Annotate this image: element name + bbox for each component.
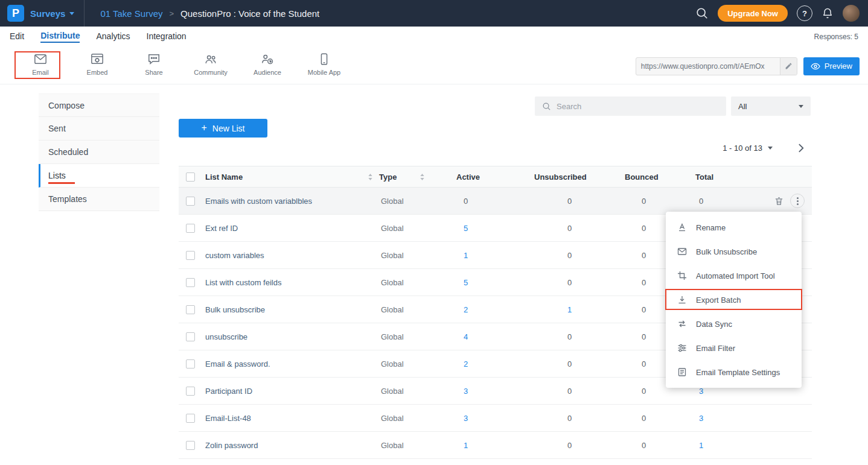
divider <box>84 0 85 27</box>
menu-item-data-sync[interactable]: Data Sync <box>666 312 802 336</box>
unsubscribed-count: 0 <box>534 441 625 450</box>
menu-item-label: Export Batch <box>696 296 741 305</box>
preview-button[interactable]: Preview <box>803 57 860 75</box>
upgrade-now-button[interactable]: Upgrade Now <box>718 5 788 22</box>
row-checkbox[interactable] <box>186 305 195 314</box>
audience-icon <box>261 52 274 66</box>
menu-item-email-template-settings[interactable]: Email Template Settings <box>666 360 802 384</box>
active-count: 3 <box>456 387 534 396</box>
row-checkbox[interactable] <box>186 414 195 423</box>
sidebar-item-lists[interactable]: Lists <box>39 164 159 188</box>
community-icon <box>204 52 217 66</box>
bell-icon[interactable] <box>822 7 834 19</box>
questionpro-app: P Surveys 01 Take Survey > QuestionPro :… <box>0 0 868 465</box>
list-type: Global <box>379 305 456 314</box>
toolbar-item-email[interactable]: Email <box>12 52 69 84</box>
menu-item-bulk-unsubscribe[interactable]: Bulk Unsubscribe <box>666 239 802 264</box>
select-all-checkbox[interactable] <box>186 172 195 182</box>
tab-distribute[interactable]: Distribute <box>40 31 80 43</box>
sidebar-item-compose[interactable]: Compose <box>39 93 159 117</box>
embed-icon <box>91 52 104 66</box>
row-checkbox[interactable] <box>186 332 195 341</box>
header-total: Total <box>695 172 762 182</box>
menu-item-email-filter[interactable]: Email Filter <box>666 336 802 360</box>
menu-item-automated-import-tool[interactable]: Automated Import Tool <box>666 264 802 288</box>
list-type: Global <box>379 197 456 206</box>
sort-icon[interactable] <box>420 173 425 181</box>
edit-url-button[interactable] <box>780 58 797 75</box>
unsubscribed-count: 0 <box>534 414 625 423</box>
active-count: 5 <box>456 278 534 287</box>
annotation-underline-lists <box>48 182 75 184</box>
search-icon[interactable] <box>695 7 709 20</box>
list-name-link[interactable]: Participant ID <box>205 387 379 396</box>
table-row: Email-List-48 Global 3 0 0 3 <box>179 405 812 432</box>
list-name-link[interactable]: Zolin password <box>205 441 379 450</box>
sidebar-item-label: Lists <box>48 171 66 180</box>
search-input[interactable] <box>557 102 701 111</box>
toolbar-item-embed[interactable]: Embed <box>69 52 126 84</box>
unsubscribed-count: 0 <box>534 359 625 369</box>
questionpro-logo[interactable]: P <box>7 5 24 22</box>
row-checkbox[interactable] <box>186 251 195 260</box>
unsubscribed-count: 0 <box>534 387 625 396</box>
row-checkbox[interactable] <box>186 441 195 450</box>
survey-url-field[interactable]: https://www.questionpro.com/t/AEmOx <box>636 57 797 75</box>
header-type[interactable]: Type <box>379 172 456 182</box>
list-name-link[interactable]: Ext ref ID <box>205 224 379 233</box>
total-count: 0 <box>695 197 762 206</box>
list-name-link[interactable]: Emails with custom variablbles <box>205 197 379 206</box>
list-name-link[interactable]: custom variables <box>205 251 379 260</box>
help-icon[interactable]: ? <box>797 5 812 21</box>
list-type: Global <box>379 278 456 287</box>
new-list-button[interactable]: + New List <box>179 119 267 138</box>
list-filter-dropdown[interactable]: All <box>731 96 811 116</box>
sidebar-item-scheduled[interactable]: Scheduled <box>39 141 159 164</box>
menu-item-rename[interactable]: Rename <box>666 215 802 239</box>
next-page-button[interactable] <box>798 143 805 153</box>
toolbar-item-community[interactable]: Community <box>182 52 239 84</box>
sort-icon[interactable] <box>368 173 373 181</box>
list-type: Global <box>379 441 456 450</box>
row-checkbox[interactable] <box>186 387 195 396</box>
menu-item-export-batch[interactable]: Export Batch <box>666 288 802 312</box>
product-switcher[interactable]: Surveys <box>30 8 65 19</box>
list-name-link[interactable]: Email-List-48 <box>205 414 379 423</box>
email-icon <box>34 52 47 66</box>
row-checkbox[interactable] <box>186 278 195 287</box>
list-name-link[interactable]: unsubscribe <box>205 332 379 341</box>
toolbar-item-mobile-app[interactable]: Mobile App <box>296 52 353 84</box>
toolbar-item-label: Mobile App <box>308 69 340 76</box>
delete-icon[interactable] <box>774 196 784 206</box>
active-count: 0 <box>456 197 534 206</box>
tab-integration[interactable]: Integration <box>147 31 187 42</box>
list-name-link[interactable]: List with custom feilds <box>205 278 379 287</box>
top-bar-actions: Upgrade Now ? <box>695 5 868 22</box>
bounced-count: 0 <box>625 414 695 423</box>
tab-analytics[interactable]: Analytics <box>96 31 130 42</box>
toolbar-item-share[interactable]: Share <box>126 52 182 84</box>
survey-url-value: https://www.questionpro.com/t/AEmOx <box>636 62 780 71</box>
active-count: 3 <box>456 414 534 423</box>
sidebar-item-label: Sent <box>48 124 66 133</box>
menu-item-label: Email Template Settings <box>696 368 780 377</box>
row-checkbox[interactable] <box>186 197 195 206</box>
page-range-dropdown[interactable]: 1 - 10 of 13 <box>723 144 773 153</box>
kebab-menu-icon[interactable] <box>790 194 805 208</box>
breadcrumb-survey-link[interactable]: 01 Take Survey <box>100 8 162 19</box>
avatar[interactable] <box>843 5 860 22</box>
active-count: 5 <box>456 224 534 233</box>
sidebar-item-sent[interactable]: Sent <box>39 117 159 141</box>
new-list-label: New List <box>212 124 245 133</box>
list-type: Global <box>379 332 456 341</box>
toolbar-item-audience[interactable]: Audience <box>239 52 296 84</box>
sidebar-item-templates[interactable]: Templates <box>39 188 159 211</box>
header-list-name[interactable]: List Name <box>205 172 379 182</box>
list-name-link[interactable]: Bulk unsubscribe <box>205 305 379 314</box>
list-name-link[interactable]: Email & password. <box>205 359 379 369</box>
table-header: List Name Type Active Unsubscribed Bounc… <box>179 166 812 188</box>
row-checkbox[interactable] <box>186 359 195 369</box>
row-checkbox[interactable] <box>186 224 195 233</box>
plus-icon: + <box>201 122 206 133</box>
tab-edit[interactable]: Edit <box>10 31 24 42</box>
